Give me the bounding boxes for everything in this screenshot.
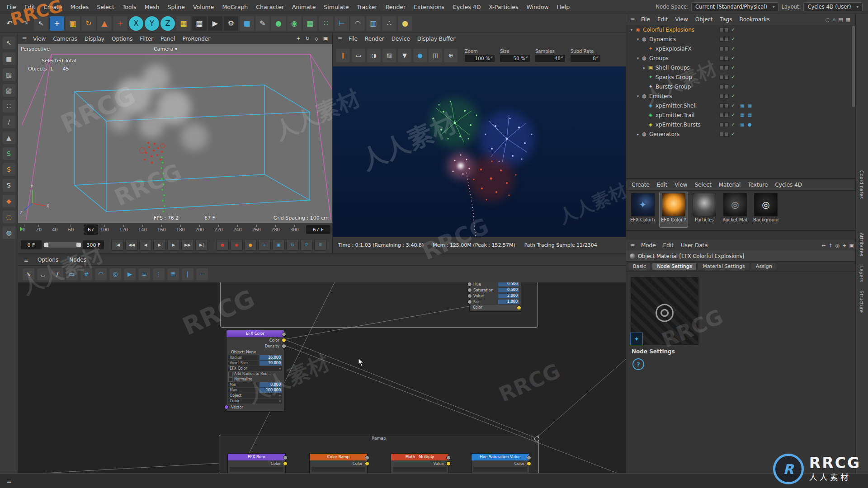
enabled-check-icon[interactable]: ✓: [731, 55, 735, 61]
render-settings-button[interactable]: ⚙: [224, 16, 238, 31]
psr-tool[interactable]: ▲: [97, 16, 112, 31]
render-setting-value[interactable]: 50 %: [500, 55, 530, 62]
object-label[interactable]: Shell Groups: [656, 65, 690, 71]
enabled-check-icon[interactable]: ✓: [731, 27, 735, 33]
output-port-icon[interactable]: [365, 461, 369, 466]
output-density-row[interactable]: Density: [226, 343, 284, 349]
menu-item[interactable]: X-Particles: [485, 0, 522, 14]
menu-item[interactable]: Render: [382, 0, 410, 14]
camera-lock-button[interactable]: ◫: [429, 49, 442, 62]
object-tags[interactable]: ▦ ▦: [740, 113, 753, 117]
attribute-menu-item[interactable]: User Data: [677, 242, 712, 249]
object-label[interactable]: xpExplosiaFX: [656, 46, 692, 52]
object-dropdown[interactable]: Object: [228, 393, 282, 398]
align-right-icon[interactable]: ≣: [167, 268, 179, 280]
range-end-field[interactable]: 300 F: [83, 240, 104, 249]
layer-toggle-icon[interactable]: [719, 94, 724, 99]
arc-icon[interactable]: ◠: [95, 268, 107, 280]
render-toggle-icon[interactable]: [724, 47, 729, 51]
layer-toggle-icon[interactable]: [719, 103, 724, 108]
layer-toggle-icon[interactable]: [719, 37, 724, 42]
max-field[interactable]: Max100.000: [228, 388, 282, 393]
material-item[interactable]: ◎ Background: [752, 192, 780, 227]
light-object-icon[interactable]: ●: [398, 16, 412, 31]
record-parameter-toggle[interactable]: P: [300, 239, 313, 251]
viewport-menu-item[interactable]: Panel: [157, 36, 179, 42]
viewport-menu-item[interactable]: Options: [108, 36, 136, 42]
render-view-menu-item[interactable]: Device: [388, 36, 414, 42]
pen-linear-icon[interactable]: ∕: [52, 268, 63, 280]
render-view-image[interactable]: [332, 66, 626, 237]
goto-start-button[interactable]: |◀: [111, 239, 124, 251]
color-output-port-icon[interactable]: [282, 338, 286, 343]
move-tool[interactable]: +: [50, 16, 64, 31]
object-label[interactable]: Dynamics: [649, 36, 676, 42]
axis-x-lock[interactable]: X: [129, 16, 143, 31]
menu-item[interactable]: Select: [93, 0, 118, 14]
render-toggle-icon[interactable]: [724, 122, 729, 127]
xpresso-icon[interactable]: ∴: [382, 16, 396, 31]
render-toggle-icon[interactable]: [724, 84, 729, 89]
dashed-line-icon[interactable]: ╌: [196, 268, 208, 280]
layout-icon[interactable]: ▦: [846, 17, 850, 23]
node-header-port-icon[interactable]: [446, 455, 451, 460]
object-label[interactable]: xpEmitter.Bursts: [656, 122, 701, 128]
material-item[interactable]: ◎ Rocket Mat: [721, 192, 749, 227]
attribute-hamburger-icon[interactable]: ≡: [628, 242, 637, 249]
home-icon[interactable]: ⌂: [832, 17, 835, 23]
material-item[interactable]: EFX Color N: [660, 192, 688, 227]
menu-item[interactable]: Modes: [66, 0, 93, 14]
expand-caret-icon[interactable]: ▾: [629, 28, 634, 32]
record-scale-toggle[interactable]: ▣: [272, 239, 285, 251]
material-menu-item[interactable]: Material: [715, 182, 745, 188]
object-manager-menu-item[interactable]: Object: [692, 16, 717, 23]
shader-node[interactable]: Color Ramp Color: [309, 453, 368, 473]
shader-node[interactable]: Math - Multiply Value: [391, 453, 449, 473]
node-editor-canvas[interactable]: Hue 0.500 Saturation 0.500 Value: [18, 282, 626, 473]
layout-dropdown[interactable]: Cycles 4D (User): [803, 2, 863, 11]
viewport-menu-item[interactable]: View: [29, 36, 49, 42]
material-menu-item[interactable]: Cycles 4D: [771, 182, 806, 188]
object-manager-menu-item[interactable]: Tags: [717, 16, 736, 23]
up-icon[interactable]: ↑: [829, 243, 833, 249]
constraint-icon[interactable]: ⊢: [335, 16, 349, 31]
mode-dropdown[interactable]: EFX Color: [228, 366, 282, 371]
object-tree-scrollbar[interactable]: [852, 26, 855, 107]
snapshot-button[interactable]: ▨: [382, 49, 396, 62]
object-label[interactable]: Bursts Group: [656, 84, 691, 90]
object-tree-row[interactable]: ✦ Sparks Group ✓: [626, 72, 856, 82]
efx-color-node[interactable]: EFX Color Color Density Object: None Rad…: [226, 330, 284, 412]
node-editor-menu-item[interactable]: Options: [32, 257, 64, 263]
object-label[interactable]: xpEmitter.Shell: [656, 103, 697, 109]
attribute-tab[interactable]: Basic: [628, 263, 651, 270]
output-port-icon[interactable]: [517, 305, 521, 310]
material-menu-item[interactable]: Create: [628, 182, 653, 188]
node-output-row[interactable]: Color: [472, 460, 529, 466]
spline-arc-icon[interactable]: ◠: [350, 16, 365, 31]
render-view-button[interactable]: ▤: [192, 16, 207, 31]
object-tree-row[interactable]: ▸ ▣ Shell Groups ✓: [626, 63, 856, 72]
object-tree-row[interactable]: ▸ ◍ Generators ✓: [626, 129, 856, 139]
attribute-tab[interactable]: Node Settings: [652, 263, 697, 270]
viewport-title[interactable]: Perspective: [21, 46, 50, 52]
node-header-port-icon[interactable]: [283, 455, 288, 460]
layer-toggle-icon[interactable]: [719, 66, 724, 70]
fit-view-button[interactable]: ⊕: [444, 49, 458, 62]
layer-toggle-icon[interactable]: [719, 84, 724, 89]
record-objects-button[interactable]: ◉: [230, 239, 243, 251]
vector-input-row[interactable]: Vector: [226, 404, 284, 410]
output-port-icon[interactable]: [527, 461, 531, 466]
object-none-row[interactable]: Object: None: [226, 349, 284, 355]
render-setting-value[interactable]: 48: [535, 55, 565, 62]
add-radius-checkbox[interactable]: Add Radius to Bou...: [228, 371, 282, 376]
viewport-camera-label[interactable]: Camera ▾: [154, 46, 177, 52]
object-tree-row[interactable]: ▾ ◉ Colorful Explosions ✓: [626, 25, 856, 34]
enabled-check-icon[interactable]: ✓: [731, 103, 735, 108]
points-mode[interactable]: ∷: [3, 100, 15, 113]
object-label[interactable]: Generators: [649, 131, 679, 137]
node-link-icon[interactable]: ▶: [124, 268, 136, 280]
align-left-icon[interactable]: ≡: [138, 268, 150, 280]
attribute-tab[interactable]: Assign: [751, 263, 777, 270]
vector-input-port-icon[interactable]: [224, 405, 229, 409]
node-header[interactable]: EFX Color: [226, 330, 284, 337]
